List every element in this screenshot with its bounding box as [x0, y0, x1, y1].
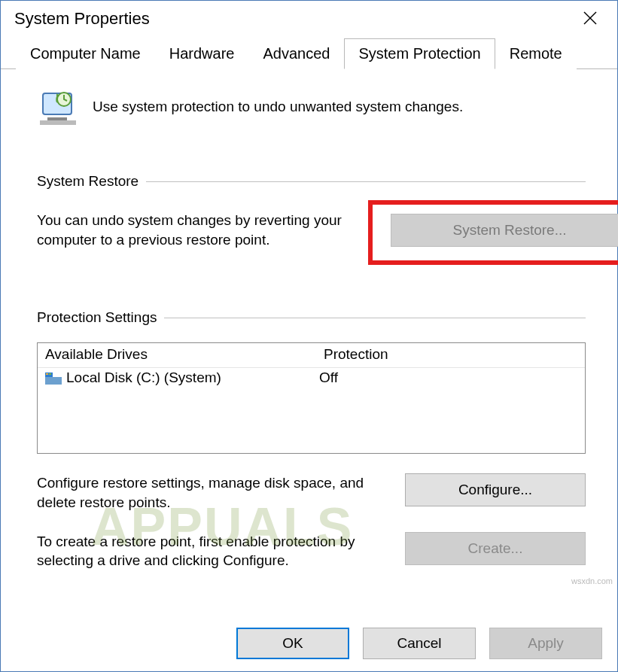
- create-button[interactable]: Create...: [405, 532, 586, 565]
- drive-name: Local Disk (C:) (System): [66, 369, 221, 386]
- intro-text: Use system protection to undo unwanted s…: [93, 99, 463, 115]
- system-protection-icon: [37, 86, 79, 128]
- ok-button[interactable]: OK: [236, 628, 349, 659]
- drives-header-row: Available Drives Protection: [38, 343, 585, 368]
- column-protection: Protection: [324, 346, 577, 363]
- system-restore-button[interactable]: System Restore...: [391, 214, 618, 247]
- window-title: System Properties: [14, 9, 150, 29]
- system-restore-row: You can undo system changes by reverting…: [37, 211, 586, 249]
- system-restore-description: You can undo system changes by reverting…: [37, 211, 353, 249]
- drive-protection-status: Off: [319, 369, 577, 386]
- divider: [164, 318, 586, 318]
- intro-row: Use system protection to undo unwanted s…: [37, 86, 586, 128]
- tab-bar: Computer Name Hardware Advanced System P…: [1, 38, 617, 69]
- svg-rect-10: [49, 373, 51, 375]
- cancel-button[interactable]: Cancel: [363, 628, 476, 659]
- tab-computer-name[interactable]: Computer Name: [16, 38, 155, 69]
- attribution-text: wsxdn.com: [571, 576, 613, 585]
- column-available-drives: Available Drives: [45, 346, 324, 363]
- drives-listbox[interactable]: Available Drives Protection Local Disk (…: [37, 342, 586, 454]
- svg-rect-3: [47, 117, 67, 120]
- create-description: To create a restore point, first enable …: [37, 532, 390, 570]
- svg-rect-9: [46, 373, 48, 375]
- svg-rect-7: [45, 377, 62, 385]
- titlebar: System Properties: [1, 1, 617, 38]
- drive-icon: [45, 372, 62, 384]
- tab-content: Use system protection to undo unwanted s…: [1, 69, 617, 617]
- tab-hardware[interactable]: Hardware: [155, 38, 249, 69]
- close-button[interactable]: [577, 8, 604, 29]
- tab-advanced[interactable]: Advanced: [248, 38, 344, 69]
- protection-settings-group-header: Protection Settings: [37, 309, 586, 326]
- divider: [146, 181, 586, 182]
- apply-button[interactable]: Apply: [489, 628, 602, 659]
- system-properties-window: System Properties Computer Name Hardware…: [0, 0, 618, 672]
- dialog-footer: OK Cancel Apply: [1, 617, 617, 671]
- tab-remote[interactable]: Remote: [495, 38, 577, 69]
- configure-row: Configure restore settings, manage disk …: [37, 473, 586, 512]
- system-restore-group-header: System Restore: [37, 173, 586, 190]
- system-restore-label: System Restore: [37, 173, 139, 190]
- tab-system-protection[interactable]: System Protection: [344, 38, 495, 69]
- close-icon: [583, 11, 598, 26]
- create-row: To create a restore point, first enable …: [37, 532, 586, 570]
- svg-rect-4: [40, 120, 76, 125]
- protection-settings-label: Protection Settings: [37, 309, 157, 326]
- configure-description: Configure restore settings, manage disk …: [37, 473, 390, 512]
- list-item[interactable]: Local Disk (C:) (System) Off: [38, 368, 585, 388]
- configure-button[interactable]: Configure...: [405, 473, 586, 506]
